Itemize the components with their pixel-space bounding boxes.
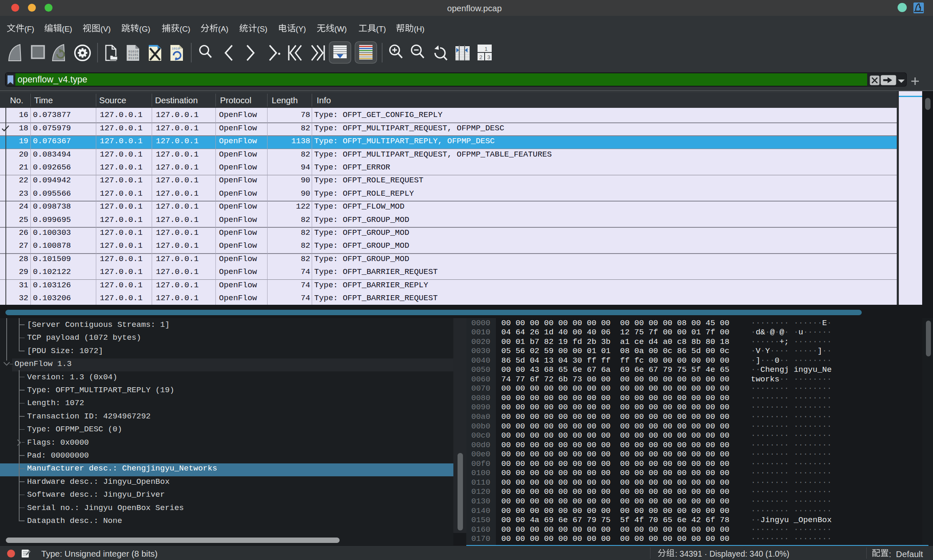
svg-text:2: 2	[480, 55, 483, 60]
svg-text:1010: 1010	[172, 47, 180, 50]
svg-text:01110: 01110	[128, 56, 138, 60]
svg-text:3: 3	[488, 55, 490, 60]
svg-text:1: 1	[485, 46, 488, 52]
